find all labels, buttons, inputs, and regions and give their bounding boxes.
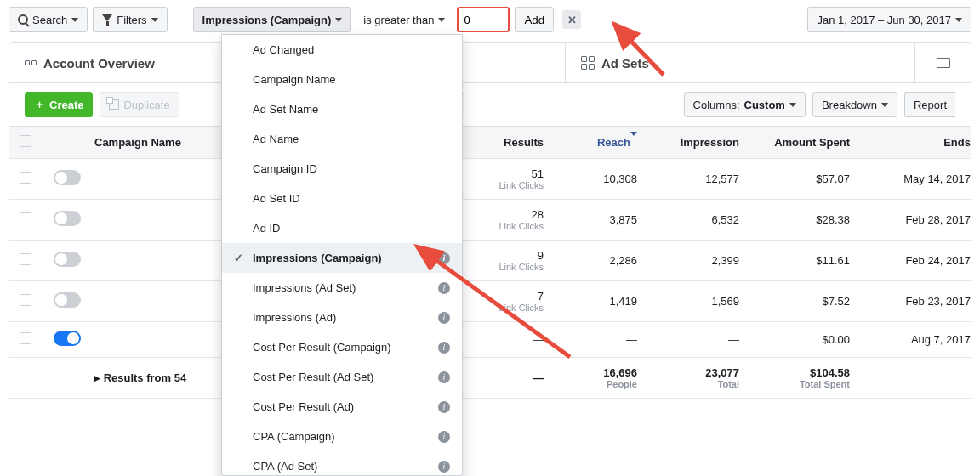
dropdown-item[interactable]: ✓ Impressions (Ad Set) i: [222, 273, 462, 303]
row-results: 28Link Clicks: [459, 200, 554, 241]
dropdown-item-label: Ad Changed: [253, 43, 450, 56]
filters-button[interactable]: Filters: [93, 7, 167, 32]
dropdown-item[interactable]: ✓ Cost Per Result (Ad) i: [222, 392, 462, 422]
row-impressions: 1,569: [647, 281, 749, 322]
dropdown-item[interactable]: ✓ Campaign ID: [222, 154, 462, 184]
row-checkbox[interactable]: [20, 332, 31, 344]
dropdown-item[interactable]: ✓ Impressions (Campaign) i: [222, 243, 462, 273]
info-icon: i: [438, 282, 450, 294]
th-reach[interactable]: Reach: [554, 127, 647, 159]
dropdown-item-label: Cost Per Result (Ad Set): [253, 371, 431, 383]
info-icon: i: [438, 431, 450, 443]
dropdown-item-label: Cost Per Result (Campaign): [253, 341, 431, 354]
filters-label: Filters: [117, 14, 146, 26]
th-impressions[interactable]: Impression: [647, 127, 749, 159]
table-row[interactable]: — — — $0.00 Aug 7, 2017: [9, 322, 971, 358]
caret-icon: [151, 18, 158, 22]
date-range-button[interactable]: Jan 1, 2017 – Jun 30, 2017: [807, 7, 971, 32]
row-toggle[interactable]: [54, 252, 81, 267]
check-icon: ✓: [234, 252, 246, 264]
breakdown-label: Breakdown: [822, 99, 877, 111]
th-ends[interactable]: Ends: [860, 127, 971, 159]
dropdown-item[interactable]: ✓ Ad ID: [222, 213, 462, 243]
row-impressions: 2,399: [647, 241, 749, 281]
dropdown-item[interactable]: ✓ Cost Per Result (Ad Set) i: [222, 362, 462, 392]
table-row[interactable]: 7Link Clicks 1,419 1,569 $7.52 Feb 23, 2…: [9, 281, 971, 322]
info-icon: i: [438, 461, 450, 473]
row-spent: $28.38: [749, 200, 860, 241]
dropdown-item[interactable]: ✓ Cost Per Result (Campaign) i: [222, 332, 462, 362]
date-range-label: Jan 1, 2017 – Jun 30, 2017: [817, 14, 951, 26]
filter-op-label: is greater than: [363, 14, 434, 26]
dropdown-item[interactable]: ✓ Impressions (Ad) i: [222, 303, 462, 332]
table: Campaign Name Results Reach Impression A…: [9, 126, 971, 400]
filter-field-dropdown-menu[interactable]: ✓ Ad Changed ✓ Campaign Name ✓ Ad Set Na…: [221, 34, 463, 476]
breakdown-button[interactable]: Breakdown: [812, 92, 897, 117]
select-all-checkbox[interactable]: [20, 135, 31, 147]
row-toggle[interactable]: [54, 292, 81, 308]
dropdown-item[interactable]: ✓ CPA (Ad Set) i: [222, 451, 462, 476]
th-results[interactable]: Results: [459, 127, 554, 159]
search-label: Search: [32, 14, 67, 26]
columns-button[interactable]: Columns: Custom: [684, 92, 806, 117]
tab-adsets[interactable]: Ad Sets: [565, 43, 914, 82]
row-ends: Feb 24, 2017: [860, 241, 971, 281]
row-checkbox[interactable]: [20, 294, 31, 306]
tab-account-label: Account Overview: [43, 56, 155, 71]
dropdown-item[interactable]: ✓ Ad Changed: [222, 35, 462, 65]
th-spent[interactable]: Amount Spent: [749, 127, 860, 159]
row-toggle[interactable]: [54, 170, 81, 185]
row-checkbox[interactable]: [20, 253, 31, 265]
search-button[interactable]: Search: [9, 7, 88, 32]
dropdown-item[interactable]: ✓ Ad Set Name: [222, 94, 462, 124]
row-ends: Feb 28, 2017: [860, 200, 971, 241]
close-filter-icon[interactable]: ✕: [562, 10, 581, 29]
reach-sort-link[interactable]: Reach: [597, 132, 637, 149]
row-reach: 1,419: [554, 281, 647, 322]
table-row[interactable]: 28Link Clicks 3,875 6,532 $28.38 Feb 28,…: [9, 200, 971, 241]
row-results: 7Link Clicks: [459, 281, 554, 322]
columns-prefix: Columns:: [693, 99, 740, 111]
table-row[interactable]: 51Link Clicks 10,308 12,577 $57.07 May 1…: [9, 159, 971, 200]
dropdown-item-label: Impressions (Campaign): [253, 252, 431, 264]
info-icon: i: [438, 312, 450, 324]
create-button[interactable]: ＋ Create: [25, 92, 93, 117]
row-checkbox[interactable]: [20, 172, 31, 184]
dropdown-item[interactable]: ✓ CPA (Campaign) i: [222, 422, 462, 451]
row-reach: —: [554, 322, 647, 358]
dropdown-item-label: CPA (Ad Set): [253, 460, 431, 473]
row-results: 51Link Clicks: [459, 159, 554, 200]
dropdown-item[interactable]: ✓ Campaign Name: [222, 65, 462, 94]
row-checkbox[interactable]: [20, 212, 31, 224]
duplicate-button[interactable]: Duplicate: [100, 92, 179, 117]
duplicate-icon: [109, 99, 119, 110]
plus-icon: ＋: [34, 97, 45, 112]
row-toggle[interactable]: [54, 331, 81, 346]
row-ends: May 14, 2017: [860, 159, 971, 200]
dropdown-item-label: Impressions (Ad Set): [253, 281, 431, 294]
dropdown-item-label: Impressions (Ad): [253, 311, 431, 324]
dropdown-item[interactable]: ✓ Ad Set ID: [222, 184, 462, 213]
reports-label: Report: [914, 99, 947, 111]
subtoolbar: ＋ Create Duplicate ules Columns: Custom …: [9, 83, 971, 126]
caret-icon: [881, 103, 888, 107]
filter-icon: [102, 14, 112, 25]
totals-spent: $104.58Total Spent: [749, 358, 860, 399]
filter-value-input[interactable]: [457, 7, 510, 32]
filter-operator-dropdown[interactable]: is greater than: [356, 7, 452, 32]
reports-button[interactable]: Report: [904, 92, 955, 117]
dropdown-item[interactable]: ✓ Ad Name: [222, 124, 462, 154]
dropdown-item-label: Campaign ID: [253, 162, 450, 175]
tab-adsets-label: Ad Sets: [601, 56, 649, 71]
table-row[interactable]: 9Link Clicks 2,286 2,399 $11.61 Feb 24, …: [9, 241, 971, 281]
caret-icon: [789, 103, 796, 107]
row-reach: 10,308: [554, 159, 647, 200]
caret-icon: [955, 18, 962, 22]
row-impressions: 6,532: [647, 200, 749, 241]
tab-ads[interactable]: [914, 43, 971, 82]
filter-field-dropdown[interactable]: Impressions (Campaign): [193, 7, 352, 32]
row-toggle[interactable]: [54, 211, 81, 226]
add-filter-button[interactable]: Add: [515, 7, 554, 32]
dropdown-item-label: Ad Set ID: [253, 192, 450, 205]
duplicate-label: Duplicate: [123, 99, 169, 111]
